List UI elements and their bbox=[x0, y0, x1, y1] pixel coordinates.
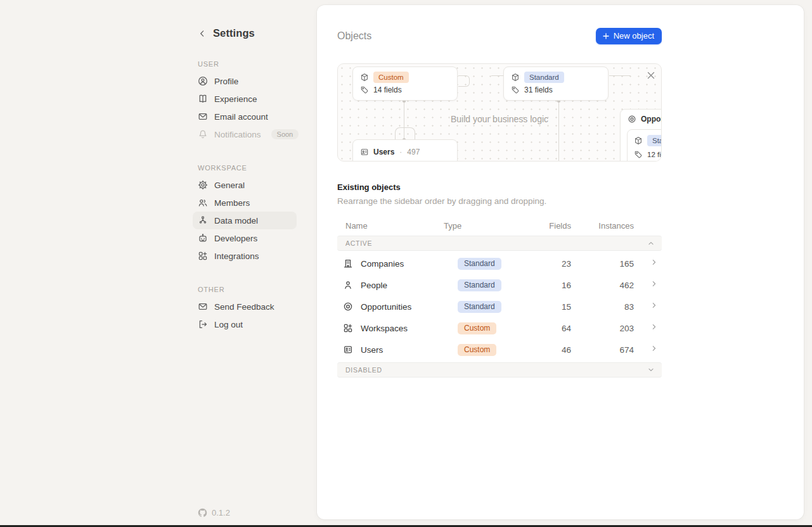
separator: · bbox=[399, 148, 402, 156]
robot-icon bbox=[198, 233, 208, 243]
table-row[interactable]: Users Custom 46 674 bbox=[337, 339, 662, 360]
id-card-icon bbox=[360, 148, 369, 156]
disabled-group-bar[interactable]: DISABLED bbox=[337, 362, 662, 378]
active-group-bar[interactable]: ACTIVE bbox=[337, 236, 662, 251]
user-circle-icon bbox=[198, 76, 208, 86]
object-name: Companies bbox=[361, 259, 404, 269]
back-button[interactable]: Settings bbox=[193, 27, 297, 39]
app-version[interactable]: 0.1.2 bbox=[198, 508, 230, 517]
sidebar-item-label: General bbox=[214, 181, 245, 190]
cube-icon bbox=[511, 73, 520, 82]
connector-line bbox=[458, 75, 470, 87]
mail-icon bbox=[198, 302, 208, 312]
target-icon bbox=[343, 302, 353, 312]
sidebar-item-label: Profile bbox=[214, 77, 238, 86]
diagram-card-opportunities-details: Standard 12 fields bbox=[627, 129, 662, 162]
object-name: Opportunities bbox=[361, 302, 411, 312]
sidebar-section-other: OTHER Send Feedback Log out bbox=[193, 286, 297, 333]
target-icon bbox=[628, 115, 636, 124]
chevron-right-icon[interactable] bbox=[650, 344, 659, 353]
table-row[interactable]: Companies Standard 23 165 bbox=[337, 253, 662, 274]
tag-icon bbox=[511, 86, 520, 94]
sidebar-item[interactable]: General bbox=[193, 176, 297, 194]
settings-title: Settings bbox=[213, 27, 255, 39]
soon-badge: Soon bbox=[271, 129, 299, 139]
type-badge: Custom bbox=[373, 72, 409, 83]
book-icon bbox=[198, 94, 208, 104]
page-title: Objects bbox=[337, 30, 371, 42]
instance-count: 497 bbox=[407, 148, 420, 156]
sidebar-item[interactable]: Send Feedback bbox=[193, 298, 297, 315]
active-group-label: ACTIVE bbox=[345, 239, 372, 247]
instances-count: 83 bbox=[571, 302, 634, 312]
connector-line bbox=[491, 75, 503, 76]
object-name: Users bbox=[361, 345, 383, 355]
sidebar-item[interactable]: Notifications Soon bbox=[193, 125, 297, 143]
instances-count: 203 bbox=[571, 324, 634, 333]
disabled-group-label: DISABLED bbox=[345, 366, 382, 374]
type-badge: Standard bbox=[458, 301, 501, 314]
fields-count: 46 bbox=[526, 345, 571, 355]
grid-plus-icon bbox=[343, 323, 353, 333]
diagram-card-opportunities[interactable]: Opportunities Standard 12 fields bbox=[620, 109, 662, 162]
members-icon bbox=[198, 198, 208, 208]
type-badge: Standard bbox=[458, 279, 501, 292]
existing-objects-table: Name Type Fields Instances ACTIVE Compan… bbox=[337, 215, 662, 378]
sidebar-item[interactable]: Integrations bbox=[193, 247, 297, 265]
chevron-down-icon bbox=[647, 365, 655, 374]
objects-banner: Custom 14 fields Standard 31 fields Buil… bbox=[337, 63, 662, 162]
close-icon[interactable] bbox=[645, 70, 657, 81]
chevron-left-icon bbox=[198, 29, 207, 38]
sidebar-item-label: Developers bbox=[214, 234, 257, 243]
building-icon bbox=[343, 258, 353, 269]
object-name: Users bbox=[373, 148, 394, 156]
column-header-name: Name bbox=[337, 221, 444, 231]
sidebar-item[interactable]: Developers bbox=[193, 229, 297, 247]
chevron-right-icon[interactable] bbox=[650, 279, 659, 288]
sidebar-item[interactable]: Profile bbox=[193, 72, 297, 90]
instances-count: 462 bbox=[571, 281, 634, 290]
sidebar-item-label: Notifications bbox=[214, 130, 261, 139]
column-header-fields: Fields bbox=[526, 221, 571, 231]
fields-count: 23 bbox=[526, 259, 571, 269]
logout-icon bbox=[198, 319, 208, 329]
chevron-right-icon[interactable] bbox=[650, 322, 659, 331]
sidebar-item[interactable]: Experience bbox=[193, 90, 297, 108]
fields-count: 16 bbox=[526, 281, 571, 290]
diagram-card-users[interactable]: Users · 497 bbox=[352, 139, 458, 162]
column-header-instances: Instances bbox=[571, 221, 634, 231]
sidebar-item-label: Experience bbox=[214, 94, 257, 104]
type-badge: Standard bbox=[647, 135, 662, 146]
chevron-right-icon[interactable] bbox=[650, 301, 659, 310]
fields-count: 14 fields bbox=[373, 86, 402, 94]
type-badge: Custom bbox=[458, 322, 496, 335]
data-model-icon bbox=[198, 215, 208, 225]
existing-objects-subheading: Rearrange the sidebar order by dragging … bbox=[337, 196, 662, 206]
instances-count: 165 bbox=[571, 259, 634, 269]
fields-count: 64 bbox=[526, 324, 571, 333]
object-name: People bbox=[361, 281, 387, 290]
sidebar-item[interactable]: Data model bbox=[193, 212, 297, 229]
settings-sidebar: Settings USER Profile Experience bbox=[193, 0, 297, 527]
mail-icon bbox=[198, 111, 208, 122]
diagram-card-custom[interactable]: Custom 14 fields bbox=[352, 67, 458, 101]
column-header-type: Type bbox=[444, 221, 526, 231]
table-row[interactable]: Workspaces Custom 64 203 bbox=[337, 317, 662, 339]
sidebar-item[interactable]: Members bbox=[193, 194, 297, 212]
diagram-card-standard[interactable]: Standard 31 fields bbox=[503, 67, 609, 101]
plus-icon bbox=[602, 32, 610, 40]
sidebar-item[interactable]: Email account bbox=[193, 108, 297, 125]
type-badge: Standard bbox=[458, 258, 501, 270]
type-badge: Custom bbox=[458, 344, 496, 357]
tag-icon bbox=[360, 86, 369, 94]
chevron-right-icon[interactable] bbox=[650, 258, 659, 267]
cube-icon bbox=[360, 73, 369, 82]
sidebar-item-label: Email account bbox=[214, 112, 268, 122]
table-row[interactable]: Opportunities Standard 15 83 bbox=[337, 296, 662, 317]
version-number: 0.1.2 bbox=[212, 508, 230, 517]
table-row[interactable]: People Standard 16 462 bbox=[337, 274, 662, 296]
object-name: Opportunities bbox=[641, 115, 662, 124]
new-object-button[interactable]: New object bbox=[596, 28, 662, 44]
sidebar-item[interactable]: Log out bbox=[193, 315, 297, 333]
section-label: USER bbox=[193, 60, 297, 68]
